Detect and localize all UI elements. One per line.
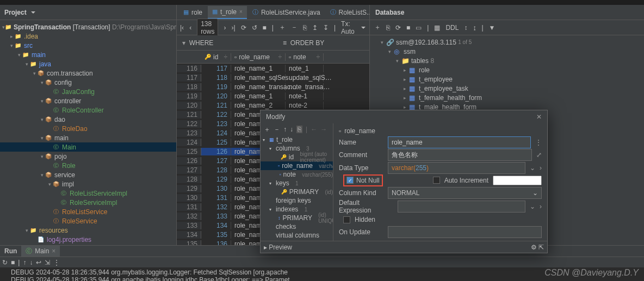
tree-item[interactable]: ▾📦controller [0,96,176,105]
rollback-icon[interactable]: ↧ [323,24,329,32]
not-null-checkbox[interactable]: ✓ Not Null [343,174,383,186]
tree-item[interactable]: ▾📦pojo [0,152,176,161]
db-table[interactable]: ▸▦role [370,65,644,74]
nav-last-icon[interactable]: ›| [231,24,235,32]
tree-item[interactable]: ⒸRole [0,161,176,170]
struct-item[interactable]: ▫role_name varchar(255) [261,161,333,170]
add-icon[interactable]: ＋ [374,23,381,32]
chevron-down-icon[interactable]: ⌄ [530,203,535,210]
struct-item[interactable]: ▫note varchar(255) [261,170,333,179]
tree-item[interactable]: ▾📁resources [0,226,176,235]
preview-label[interactable]: Preview [269,243,292,251]
close-icon[interactable]: × [239,9,243,15]
tree-item[interactable]: ▾📁java [0,59,176,68]
revert-icon[interactable]: ↺ [252,24,257,32]
stop-icon[interactable]: ■ [263,24,267,32]
tree-item[interactable]: ⒾRoleService [0,216,176,226]
tree-item[interactable]: ▾📦com.transaction [0,68,176,78]
add-icon[interactable]: ＋ [279,23,286,32]
chevron-down-icon[interactable] [360,24,366,32]
close-icon[interactable]: × [52,247,55,255]
up-icon[interactable]: ↑ [23,259,26,266]
tree-item[interactable]: ▾📦impl [0,179,176,189]
tree-item[interactable]: ▾📦main [0,133,176,142]
tree-item[interactable]: ⒾRoleListService [0,207,176,216]
add-icon[interactable]: ＋ [264,125,270,134]
tree-item[interactable]: ⒸJavaConfig [0,87,176,96]
project-title[interactable]: Project [4,9,27,16]
editor-tab[interactable]: ▦t_role× [208,6,247,19]
funnel-icon[interactable]: ▾ [182,39,185,47]
collapse-icon[interactable]: ↨ [473,24,476,32]
tree-item[interactable]: ▸📁.idea [0,32,176,41]
tree-item[interactable]: ▾📦config [0,78,176,87]
more-icon[interactable]: ⋮ [535,139,542,146]
table-row[interactable]: 120121role_name_2note-2 [177,101,369,110]
refresh-icon[interactable]: ⟳ [241,24,246,32]
tree-item[interactable]: ⒸRoleListServiceImpl [0,189,176,198]
tree-item[interactable]: ▾📦dao [0,115,176,124]
tree-item[interactable]: ▾📁main [0,50,176,59]
rows-label[interactable]: 138 rows [197,18,218,37]
more-icon[interactable]: ⋮ [53,259,60,266]
table-row[interactable]: 119120role_name_1note-1 [177,91,369,101]
struct-item[interactable]: ▾▦t_role [261,135,333,144]
db-table[interactable]: ▸▦t_female_health_form [370,93,644,102]
db-node[interactable]: ▾📁tables 8 [370,56,644,65]
datatype-field[interactable]: varchar(255) [388,162,525,174]
struct-item[interactable]: foreign keys [261,196,333,205]
stop-icon[interactable]: ■ [11,259,15,266]
autoinc-field[interactable] [493,176,542,185]
undo-icon[interactable]: ← [311,126,317,133]
scroll-icon[interactable]: ⇲ [45,259,50,266]
commit-icon[interactable]: ↥ [312,24,318,32]
struct-item[interactable]: 🔑id bigint (auto increment) [261,153,333,161]
expand-icon[interactable]: ↕ [464,24,467,32]
down-icon[interactable]: ↓ [29,259,33,266]
rerun-icon[interactable]: ↻ [2,259,8,266]
clone-icon[interactable]: ⎘ [303,24,307,32]
chevron-right-icon[interactable]: ▸ [264,243,267,251]
db-table[interactable]: ▸▦t_employee [370,74,644,84]
struct-item[interactable]: ↕PRIMARY (id) UNIQUE [261,214,333,222]
onupdate-field[interactable] [388,226,542,238]
remove-icon[interactable]: － [274,125,280,134]
editor-tab[interactable]: ▦role [179,6,207,19]
ddl-label[interactable]: DDL [445,24,459,32]
columnkind-select[interactable]: NORMAL⌄ [388,187,542,199]
console-icon[interactable]: ▭ [416,24,422,32]
chevron-down-icon[interactable] [30,9,35,16]
nav-next-icon[interactable]: › [224,24,226,32]
external-icon[interactable]: ⇱ [538,243,544,251]
defexpr-field[interactable] [398,201,525,213]
db-node[interactable]: ▾🔗ssm@192.168.3.115 1 of 5 [370,38,644,47]
table-row[interactable]: 116117role_name_1note_1 [177,64,369,73]
stop-icon[interactable]: ■ [406,24,410,32]
checkbox-icon[interactable] [433,177,440,184]
gear-icon[interactable]: ⚙ [531,243,537,251]
refresh-icon[interactable]: ⟳ [395,24,401,32]
comment-field[interactable] [388,149,532,161]
remove-icon[interactable]: － [291,23,298,32]
tree-item[interactable]: ⒸRoleServiceImpl [0,198,176,207]
tree-item[interactable]: ⒾRoleDao [0,124,176,133]
db-node[interactable]: ▾◎ssm [370,47,644,56]
table-row[interactable]: 118119role_name_transac…note_transa… [177,82,369,91]
tree-item[interactable]: 📄log4j.properties [0,235,176,244]
duplicate-icon[interactable]: ⎘ [386,24,390,32]
expand-icon[interactable]: ⤢ [536,151,542,159]
sort-icon[interactable]: ≡ [283,39,287,47]
run-tab-label[interactable]: Run [4,247,17,255]
chevron-down-icon[interactable]: ⌄ [530,164,535,172]
table-row[interactable]: 117118role_name_sqlSes…update_sqlS… [177,73,369,82]
nav-first-icon[interactable]: |‹ [180,24,184,32]
redo-icon[interactable]: → [320,126,327,133]
name-field[interactable] [388,136,531,148]
where-label[interactable]: WHERE [189,39,214,47]
close-icon[interactable]: ✕ [536,113,542,121]
tree-item[interactable]: ▾📦service [0,170,176,179]
chevron-right-icon[interactable]: › [540,203,542,210]
editor-tab[interactable]: ⓘRoleListS... [326,6,376,19]
tree-item[interactable]: ⒸRoleController [0,105,176,115]
nav-prev-icon[interactable]: ‹ [189,24,191,32]
